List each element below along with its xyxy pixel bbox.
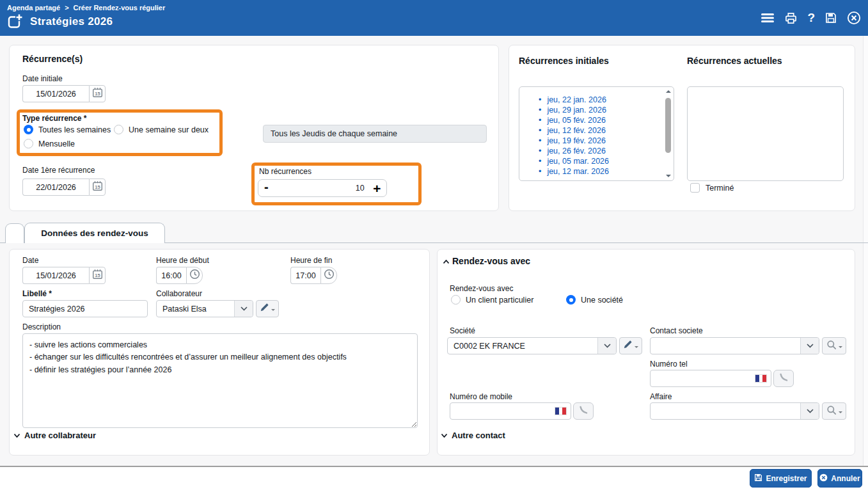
start-time-clock-button[interactable] — [186, 267, 203, 284]
scroll-down-icon[interactable] — [666, 175, 671, 177]
contact-societe-label: Contact societe — [650, 326, 703, 335]
page-scrollbar-track[interactable] — [863, 36, 868, 466]
nb-recurrences-value[interactable]: 10 — [356, 184, 365, 193]
occurrence-item[interactable]: jeu, 12 fév. 2026 — [539, 125, 674, 136]
rdv-avec-section-header[interactable]: Rendez-vous avec — [443, 256, 530, 266]
chevron-up-icon — [443, 256, 450, 266]
caret-down-icon — [271, 309, 275, 313]
caret-down-icon — [635, 346, 638, 350]
contact-societe-search-button[interactable] — [822, 337, 846, 354]
print-icon[interactable] — [784, 12, 798, 25]
numero-mobile-call-button[interactable] — [573, 402, 594, 420]
societe-select[interactable]: C0002 EK FRANCE — [447, 337, 617, 354]
numero-tel-input[interactable] — [650, 370, 771, 387]
societe-edit-button[interactable] — [619, 337, 642, 354]
libelle-input[interactable] — [22, 300, 148, 317]
occurrence-item[interactable]: jeu, 05 fév. 2026 — [539, 115, 674, 125]
list-scrollbar[interactable] — [664, 88, 672, 179]
breadcrumb: Agenda partagé > Créer Rendez-vous régul… — [7, 4, 165, 12]
caret-down-icon — [839, 411, 842, 415]
radio-une-semaine-sur-deux[interactable] — [114, 125, 123, 134]
breadcrumb-page: Créer Rendez-vous régulier — [74, 4, 166, 12]
autre-contact-section[interactable]: Autre contact — [441, 431, 505, 440]
contact-societe-selected-value — [651, 338, 800, 354]
radio-client-particulier[interactable] — [451, 295, 461, 305]
pencil-icon — [623, 340, 633, 352]
occurrence-item[interactable]: jeu, 29 jan. 2026 — [539, 105, 674, 115]
collaborateur-edit-button[interactable] — [256, 300, 279, 317]
description-textarea[interactable]: - suivre les actions commerciales - écha… — [22, 333, 418, 428]
france-flag-icon — [555, 407, 567, 415]
calendar-icon: 15 — [92, 269, 103, 282]
scroll-up-icon[interactable] — [666, 90, 671, 93]
chevron-down-icon — [800, 403, 819, 419]
end-time-input[interactable] — [290, 267, 320, 284]
svg-text:15: 15 — [95, 91, 100, 97]
app-header: Agenda partagé > Créer Rendez-vous régul… — [0, 0, 868, 36]
stepper-plus-button[interactable]: + — [373, 182, 381, 195]
france-flag-icon — [755, 374, 767, 383]
nb-recurrences-stepper: - 10 + — [258, 179, 387, 197]
recurrence-summary-field: Tous les Jeudis de chaque semaine — [263, 125, 487, 143]
save-icon[interactable] — [825, 12, 837, 24]
date-premiere-calendar-button[interactable]: 15 — [89, 179, 106, 196]
societe-selected-value: C0002 EK FRANCE — [448, 338, 597, 354]
occurrence-item[interactable]: jeu, 05 mar. 2026 — [539, 156, 674, 166]
date-label: Date — [22, 256, 38, 265]
date-initiale-calendar-button[interactable]: 15 — [89, 85, 106, 102]
date-premiere-input[interactable] — [22, 179, 89, 196]
radio-toutes-les-semaines[interactable] — [24, 125, 33, 134]
recurrence-panel: Récurrence(s) Date initiale 15 Type récu… — [9, 45, 499, 211]
rdv-avec-label: Rendez-vous avec — [450, 284, 513, 293]
autre-collaborateur-section[interactable]: Autre collabrateur — [13, 431, 96, 440]
contact-societe-select[interactable] — [650, 337, 819, 354]
save-icon — [754, 473, 762, 484]
start-time-input[interactable] — [156, 267, 186, 284]
recurrence-panel-title: Récurrence(s) — [22, 54, 83, 64]
search-icon — [826, 340, 837, 353]
termine-checkbox[interactable] — [690, 183, 700, 193]
termine-label: Terminé — [706, 184, 734, 193]
chevron-down-icon — [800, 338, 819, 354]
tab-bar-left-cap — [5, 223, 24, 243]
affaire-search-button[interactable] — [822, 402, 846, 420]
collaborateur-label: Collaborateur — [156, 289, 202, 298]
occurrence-item[interactable]: jeu, 22 jan. 2026 — [539, 95, 674, 105]
affaire-select[interactable] — [650, 402, 819, 420]
date-input[interactable] — [22, 267, 89, 284]
close-icon[interactable] — [847, 11, 861, 25]
occurrences-panel: Récurrences initiales Récurrences actuel… — [509, 45, 855, 211]
numero-mobile-input[interactable] — [450, 402, 571, 420]
end-time-clock-button[interactable] — [320, 267, 337, 284]
footer-bar: Enregistrer Annuler — [0, 467, 868, 492]
cancel-icon — [819, 473, 828, 484]
occurrence-item[interactable]: jeu, 26 fév. 2026 — [539, 146, 674, 156]
start-time-label: Heure de début — [156, 256, 209, 265]
pencil-icon — [260, 303, 269, 315]
svg-text:15: 15 — [95, 273, 100, 278]
menu-icon[interactable] — [761, 12, 775, 24]
scrollbar-thumb[interactable] — [665, 98, 671, 153]
help-icon[interactable]: ? — [807, 12, 815, 24]
numero-tel-call-button[interactable] — [773, 370, 794, 387]
save-button[interactable]: Enregistrer — [750, 469, 812, 488]
radio-mensuelle[interactable] — [24, 139, 33, 148]
date-calendar-button[interactable]: 15 — [89, 267, 106, 284]
calendar-icon: 15 — [92, 180, 103, 194]
occurrence-item[interactable]: jeu, 19 fév. 2026 — [539, 136, 674, 146]
date-initiale-input[interactable] — [22, 85, 89, 102]
collaborateur-selected-value: Pataski Elsa — [157, 301, 234, 317]
rdv-avec-panel: Rendez-vous avec Rendez-vous avec Un cli… — [437, 249, 855, 456]
tab-donnees-rendez-vous[interactable]: Données des rendez-vous — [24, 223, 165, 243]
type-recurrence-label: Type récurrence * — [22, 114, 87, 123]
collaborateur-select[interactable]: Pataski Elsa — [156, 300, 253, 317]
initial-occurrences-title: Récurrences initiales — [519, 56, 609, 66]
svg-text:15: 15 — [95, 184, 100, 190]
occurrence-item[interactable]: jeu, 12 mar. 2026 — [539, 166, 674, 177]
cancel-button[interactable]: Annuler — [817, 469, 862, 488]
radio-une-societe[interactable] — [566, 295, 576, 305]
libelle-label: Libellé * — [22, 289, 52, 298]
breadcrumb-section[interactable]: Agenda partagé — [7, 4, 60, 12]
phone-icon — [779, 372, 789, 385]
stepper-minus-button[interactable]: - — [264, 180, 269, 193]
